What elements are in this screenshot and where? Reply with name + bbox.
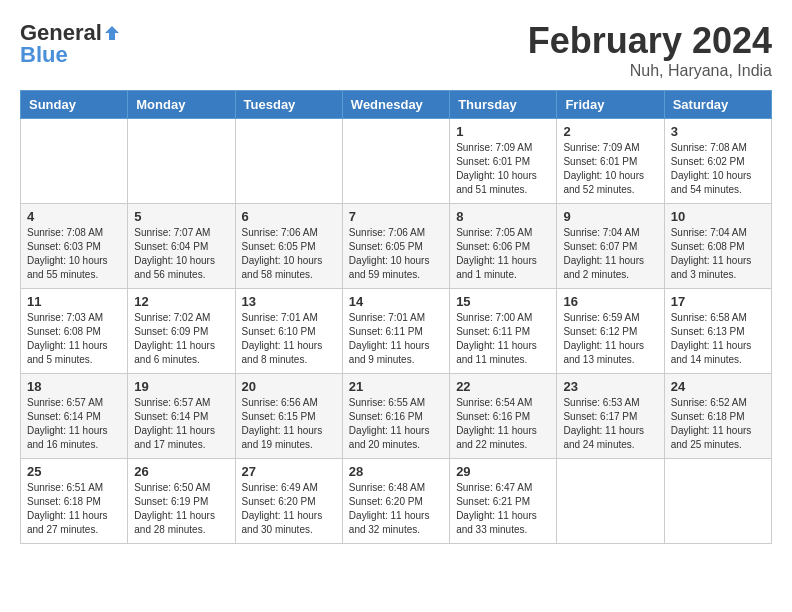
day-info: Sunrise: 7:07 AM Sunset: 6:04 PM Dayligh… (134, 226, 228, 282)
day-number: 13 (242, 294, 336, 309)
header: General Blue February 2024 Nuh, Haryana,… (20, 20, 772, 80)
day-info: Sunrise: 7:06 AM Sunset: 6:05 PM Dayligh… (242, 226, 336, 282)
calendar-cell: 19Sunrise: 6:57 AM Sunset: 6:14 PM Dayli… (128, 374, 235, 459)
day-number: 10 (671, 209, 765, 224)
calendar-cell: 25Sunrise: 6:51 AM Sunset: 6:18 PM Dayli… (21, 459, 128, 544)
day-info: Sunrise: 7:00 AM Sunset: 6:11 PM Dayligh… (456, 311, 550, 367)
calendar-header-row: SundayMondayTuesdayWednesdayThursdayFrid… (21, 91, 772, 119)
day-info: Sunrise: 6:54 AM Sunset: 6:16 PM Dayligh… (456, 396, 550, 452)
day-number: 22 (456, 379, 550, 394)
calendar-week-row: 25Sunrise: 6:51 AM Sunset: 6:18 PM Dayli… (21, 459, 772, 544)
calendar-header-sunday: Sunday (21, 91, 128, 119)
calendar-cell (342, 119, 449, 204)
calendar-cell: 16Sunrise: 6:59 AM Sunset: 6:12 PM Dayli… (557, 289, 664, 374)
calendar-header-tuesday: Tuesday (235, 91, 342, 119)
logo-bird-icon (103, 24, 121, 42)
calendar-week-row: 1Sunrise: 7:09 AM Sunset: 6:01 PM Daylig… (21, 119, 772, 204)
calendar-cell: 10Sunrise: 7:04 AM Sunset: 6:08 PM Dayli… (664, 204, 771, 289)
calendar-cell: 17Sunrise: 6:58 AM Sunset: 6:13 PM Dayli… (664, 289, 771, 374)
day-number: 25 (27, 464, 121, 479)
calendar-cell (235, 119, 342, 204)
day-number: 28 (349, 464, 443, 479)
calendar-cell: 3Sunrise: 7:08 AM Sunset: 6:02 PM Daylig… (664, 119, 771, 204)
calendar-week-row: 18Sunrise: 6:57 AM Sunset: 6:14 PM Dayli… (21, 374, 772, 459)
calendar-header-monday: Monday (128, 91, 235, 119)
day-info: Sunrise: 6:49 AM Sunset: 6:20 PM Dayligh… (242, 481, 336, 537)
day-number: 26 (134, 464, 228, 479)
day-info: Sunrise: 7:09 AM Sunset: 6:01 PM Dayligh… (563, 141, 657, 197)
day-number: 21 (349, 379, 443, 394)
calendar-cell: 5Sunrise: 7:07 AM Sunset: 6:04 PM Daylig… (128, 204, 235, 289)
calendar-cell: 27Sunrise: 6:49 AM Sunset: 6:20 PM Dayli… (235, 459, 342, 544)
day-number: 18 (27, 379, 121, 394)
calendar-week-row: 4Sunrise: 7:08 AM Sunset: 6:03 PM Daylig… (21, 204, 772, 289)
calendar-cell (21, 119, 128, 204)
month-title: February 2024 (528, 20, 772, 62)
day-info: Sunrise: 7:08 AM Sunset: 6:02 PM Dayligh… (671, 141, 765, 197)
location-title: Nuh, Haryana, India (528, 62, 772, 80)
day-number: 7 (349, 209, 443, 224)
calendar-cell: 15Sunrise: 7:00 AM Sunset: 6:11 PM Dayli… (450, 289, 557, 374)
calendar-cell: 20Sunrise: 6:56 AM Sunset: 6:15 PM Dayli… (235, 374, 342, 459)
day-number: 17 (671, 294, 765, 309)
day-info: Sunrise: 7:08 AM Sunset: 6:03 PM Dayligh… (27, 226, 121, 282)
day-info: Sunrise: 6:57 AM Sunset: 6:14 PM Dayligh… (27, 396, 121, 452)
calendar-cell: 1Sunrise: 7:09 AM Sunset: 6:01 PM Daylig… (450, 119, 557, 204)
day-info: Sunrise: 6:51 AM Sunset: 6:18 PM Dayligh… (27, 481, 121, 537)
day-number: 6 (242, 209, 336, 224)
calendar-cell: 12Sunrise: 7:02 AM Sunset: 6:09 PM Dayli… (128, 289, 235, 374)
day-number: 19 (134, 379, 228, 394)
day-info: Sunrise: 6:47 AM Sunset: 6:21 PM Dayligh… (456, 481, 550, 537)
day-info: Sunrise: 6:59 AM Sunset: 6:12 PM Dayligh… (563, 311, 657, 367)
day-info: Sunrise: 6:55 AM Sunset: 6:16 PM Dayligh… (349, 396, 443, 452)
calendar-cell (557, 459, 664, 544)
day-info: Sunrise: 6:57 AM Sunset: 6:14 PM Dayligh… (134, 396, 228, 452)
logo: General Blue (20, 20, 122, 68)
svg-marker-0 (105, 26, 119, 40)
day-info: Sunrise: 7:01 AM Sunset: 6:11 PM Dayligh… (349, 311, 443, 367)
calendar-cell: 2Sunrise: 7:09 AM Sunset: 6:01 PM Daylig… (557, 119, 664, 204)
calendar-cell: 6Sunrise: 7:06 AM Sunset: 6:05 PM Daylig… (235, 204, 342, 289)
title-area: February 2024 Nuh, Haryana, India (528, 20, 772, 80)
calendar-header-saturday: Saturday (664, 91, 771, 119)
day-info: Sunrise: 7:04 AM Sunset: 6:07 PM Dayligh… (563, 226, 657, 282)
day-info: Sunrise: 6:52 AM Sunset: 6:18 PM Dayligh… (671, 396, 765, 452)
day-number: 1 (456, 124, 550, 139)
calendar-table: SundayMondayTuesdayWednesdayThursdayFrid… (20, 90, 772, 544)
calendar-header-wednesday: Wednesday (342, 91, 449, 119)
day-info: Sunrise: 7:03 AM Sunset: 6:08 PM Dayligh… (27, 311, 121, 367)
calendar-cell: 11Sunrise: 7:03 AM Sunset: 6:08 PM Dayli… (21, 289, 128, 374)
day-number: 14 (349, 294, 443, 309)
day-info: Sunrise: 6:56 AM Sunset: 6:15 PM Dayligh… (242, 396, 336, 452)
calendar-cell: 21Sunrise: 6:55 AM Sunset: 6:16 PM Dayli… (342, 374, 449, 459)
day-info: Sunrise: 6:48 AM Sunset: 6:20 PM Dayligh… (349, 481, 443, 537)
day-number: 5 (134, 209, 228, 224)
day-number: 27 (242, 464, 336, 479)
day-number: 2 (563, 124, 657, 139)
calendar-cell: 13Sunrise: 7:01 AM Sunset: 6:10 PM Dayli… (235, 289, 342, 374)
day-info: Sunrise: 7:06 AM Sunset: 6:05 PM Dayligh… (349, 226, 443, 282)
day-number: 9 (563, 209, 657, 224)
calendar-cell: 9Sunrise: 7:04 AM Sunset: 6:07 PM Daylig… (557, 204, 664, 289)
day-info: Sunrise: 6:53 AM Sunset: 6:17 PM Dayligh… (563, 396, 657, 452)
day-number: 8 (456, 209, 550, 224)
day-number: 4 (27, 209, 121, 224)
day-number: 16 (563, 294, 657, 309)
calendar-cell: 26Sunrise: 6:50 AM Sunset: 6:19 PM Dayli… (128, 459, 235, 544)
day-number: 23 (563, 379, 657, 394)
calendar-week-row: 11Sunrise: 7:03 AM Sunset: 6:08 PM Dayli… (21, 289, 772, 374)
calendar-cell: 14Sunrise: 7:01 AM Sunset: 6:11 PM Dayli… (342, 289, 449, 374)
calendar-cell: 4Sunrise: 7:08 AM Sunset: 6:03 PM Daylig… (21, 204, 128, 289)
day-info: Sunrise: 7:01 AM Sunset: 6:10 PM Dayligh… (242, 311, 336, 367)
calendar-cell: 8Sunrise: 7:05 AM Sunset: 6:06 PM Daylig… (450, 204, 557, 289)
calendar-cell (664, 459, 771, 544)
day-number: 29 (456, 464, 550, 479)
logo-blue: Blue (20, 42, 68, 68)
calendar-header-friday: Friday (557, 91, 664, 119)
calendar-cell: 18Sunrise: 6:57 AM Sunset: 6:14 PM Dayli… (21, 374, 128, 459)
calendar-cell: 28Sunrise: 6:48 AM Sunset: 6:20 PM Dayli… (342, 459, 449, 544)
day-info: Sunrise: 7:04 AM Sunset: 6:08 PM Dayligh… (671, 226, 765, 282)
calendar-header-thursday: Thursday (450, 91, 557, 119)
day-number: 20 (242, 379, 336, 394)
calendar-cell (128, 119, 235, 204)
